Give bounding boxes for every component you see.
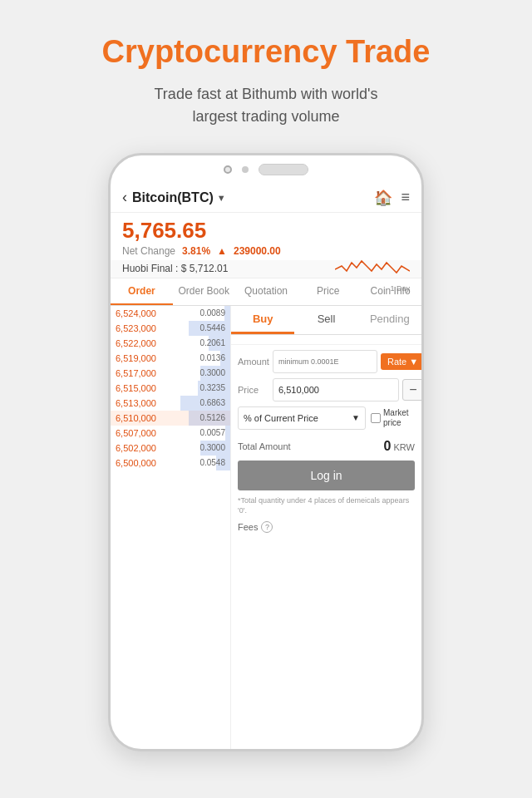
orderbook-row[interactable]: 6,523,0000.5446 <box>111 321 230 336</box>
back-button[interactable]: ‹ <box>122 189 127 206</box>
app-header: ‹ Bitcoin(BTC) ▼ 🏠 ≡ <box>111 180 421 213</box>
amount-input[interactable] <box>273 350 377 373</box>
ob-price: 6,507,000 <box>116 428 164 438</box>
fees-row: Fees ? <box>231 518 421 536</box>
total-label: Total Amount <box>238 441 291 451</box>
orderbook-row[interactable]: 6,515,0000.3235 <box>111 381 230 396</box>
login-button[interactable]: Log in <box>238 461 415 490</box>
info-icon[interactable]: ? <box>261 521 273 533</box>
market-price-label: Market price <box>383 408 415 428</box>
total-amount-unit: KRW <box>394 442 415 452</box>
ob-price: 6,500,000 <box>116 458 164 468</box>
rate-label: Rate <box>387 357 406 367</box>
orderbook-row[interactable]: 6,522,0000.2061 <box>111 336 230 351</box>
ob-qty: 0.6863 <box>200 398 225 407</box>
orderbook-row[interactable]: 6,510,0000.5126 <box>111 411 230 426</box>
ob-qty: 0.0057 <box>200 428 225 437</box>
sparkline-label: 1 Day <box>335 284 410 293</box>
ob-price: 6,502,000 <box>116 443 164 453</box>
market-price-checkbox[interactable] <box>371 413 381 423</box>
orderbook-col: 6,524,0000.00896,523,0000.54466,522,0000… <box>111 306 231 749</box>
ob-price: 6,522,000 <box>116 338 164 348</box>
net-change-label: Net Change <box>122 245 175 257</box>
orderbook-row[interactable]: 6,517,0000.3000 <box>111 366 230 381</box>
ob-qty: 0.3000 <box>200 368 225 377</box>
hero-section: Cryptocurrency Trade Trade fast at Bithu… <box>52 0 480 153</box>
ob-price: 6,517,000 <box>116 368 164 378</box>
hero-title: Cryptocurrency Trade <box>102 33 431 71</box>
total-value: 0 KRW <box>384 439 415 454</box>
ob-qty: 0.3235 <box>200 383 225 392</box>
phone-dot <box>242 166 249 173</box>
fees-label: Fees <box>238 522 258 532</box>
amount-label: Amount <box>238 357 269 367</box>
net-change-val: 239000.00 <box>234 245 281 257</box>
percent-select[interactable]: % of Current Price ▼ <box>238 406 366 430</box>
ob-price: 6,510,000 <box>116 413 164 423</box>
price-header-area: 5,765.65 Net Change 3.81% ▲ 239000.00 1 … <box>111 213 421 260</box>
orderbook-row[interactable]: 6,507,0000.0057 <box>111 426 230 441</box>
phone-camera <box>224 165 232 174</box>
net-change-pct: 3.81% <box>182 245 210 257</box>
ob-qty: 0.0136 <box>200 353 225 362</box>
rate-badge[interactable]: Rate ▼ <box>381 353 421 370</box>
phone-top-bar <box>111 155 421 180</box>
tab-quotation[interactable]: Quotation <box>235 278 298 305</box>
ob-price: 6,519,000 <box>116 353 164 363</box>
trade-tabs: Buy Sell Pending <box>231 306 421 335</box>
orderbook-row[interactable]: 6,500,0000.0548 <box>111 456 230 470</box>
tab-pending[interactable]: Pending <box>358 306 421 334</box>
trade-form: Amount Rate ▼ Price − + <box>231 345 421 435</box>
app-content: ‹ Bitcoin(BTC) ▼ 🏠 ≡ 5,765.65 Net Change… <box>111 180 421 749</box>
orderbook-row[interactable]: 6,519,0000.0136 <box>111 351 230 366</box>
hero-subtitle: Trade fast at Bithumb with world's large… <box>102 83 431 128</box>
market-price-check: Market price <box>371 408 415 428</box>
sparkline-chart <box>335 254 410 284</box>
price-input[interactable] <box>273 378 399 401</box>
total-row: Total Amount 0 KRW <box>231 435 421 457</box>
main-price: 5,765.65 <box>122 218 410 244</box>
minus-button[interactable]: − <box>402 379 421 401</box>
percent-arrow: ▼ <box>352 413 360 422</box>
ob-qty: 0.3000 <box>200 443 225 452</box>
total-amount-val: 0 <box>384 439 392 453</box>
ob-qty: 0.0089 <box>200 308 225 318</box>
price-section: 5,765.65 Net Change 3.81% ▲ 239000.00 <box>111 213 421 260</box>
ob-price: 6,523,000 <box>116 323 164 333</box>
tab-orderbook[interactable]: Order Book <box>173 278 235 305</box>
rate-arrow: ▼ <box>409 357 418 367</box>
net-change-arrow: ▲ <box>217 245 227 257</box>
page-wrapper: Cryptocurrency Trade Trade fast at Bithu… <box>0 0 532 798</box>
sparkline-area: 1 Day <box>335 254 410 293</box>
phone-speaker <box>259 164 308 175</box>
coin-title: Bitcoin(BTC) ▼ <box>132 190 226 205</box>
ob-price: 6,515,000 <box>116 383 164 393</box>
phone-shell: ‹ Bitcoin(BTC) ▼ 🏠 ≡ 5,765.65 Net Change… <box>108 153 424 751</box>
orderbook-row[interactable]: 6,502,0000.3000 <box>111 441 230 456</box>
coin-dropdown-arrow[interactable]: ▼ <box>217 193 226 203</box>
percent-row: % of Current Price ▼ Market price <box>238 406 415 430</box>
tab-sell[interactable]: Sell <box>294 306 357 334</box>
ob-qty: 0.0548 <box>200 458 225 467</box>
menu-icon[interactable]: ≡ <box>401 189 410 207</box>
tab-order[interactable]: Order <box>111 278 173 305</box>
available-row <box>231 335 421 345</box>
orderbook-row[interactable]: 6,513,0000.6863 <box>111 396 230 411</box>
amount-row: Amount Rate ▼ <box>238 350 415 373</box>
ob-price: 6,513,000 <box>116 398 164 408</box>
body-area: 6,524,0000.00896,523,0000.54466,522,0000… <box>111 306 421 749</box>
trade-col: Buy Sell Pending Amount Rate <box>231 306 421 749</box>
percent-label: % of Current Price <box>244 413 318 423</box>
ob-price: 6,524,000 <box>116 308 164 318</box>
price-label: Price <box>238 385 269 395</box>
disclaimer-text: *Total quantity under 4 places of demeic… <box>231 494 421 518</box>
ob-qty: 0.5126 <box>200 413 225 422</box>
orderbook-row[interactable]: 6,524,0000.0089 <box>111 306 230 321</box>
home-icon[interactable]: 🏠 <box>374 189 392 207</box>
ob-qty: 0.2061 <box>200 338 225 347</box>
tab-buy[interactable]: Buy <box>231 306 294 334</box>
header-right: 🏠 ≡ <box>374 189 410 207</box>
ob-qty: 0.5446 <box>200 323 225 332</box>
price-row: Price − + <box>238 378 415 401</box>
